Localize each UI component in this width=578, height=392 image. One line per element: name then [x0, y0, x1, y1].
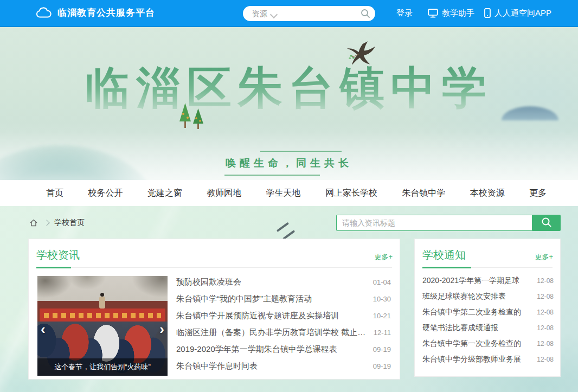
news-search-input[interactable] — [336, 215, 532, 231]
breadcrumb: 学校首页 — [29, 217, 85, 228]
nav-item-school-resources[interactable]: 本校资源 — [470, 188, 505, 199]
news-carousel[interactable]: 这个春节，让我们告别“火药味” ‹ › — [37, 276, 168, 376]
news-title: 朱台镇中学作息时间表 — [176, 361, 367, 371]
news-date: 01-04 — [373, 278, 391, 286]
photo-red-banner — [40, 309, 165, 323]
news-date: 10-21 — [373, 312, 391, 320]
news-more-link[interactable]: 更多+ — [374, 252, 393, 262]
platform-title: 临淄教育公共服务平台 — [57, 0, 155, 26]
chevron-down-icon[interactable] — [270, 11, 278, 18]
content-area: 学校首页 学校资讯 更多+ 这个春节， — [0, 206, 578, 392]
notice-date: 12-08 — [537, 293, 554, 300]
page: 临淄教育公共服务平台 资源 登录 教学助手 人人通空间APP — [0, 0, 578, 392]
notice-title: 硬笔书法比赛成绩通报 — [422, 323, 531, 333]
notice-list-item[interactable]: 朱台镇中学分级部教师业务展 12-08 — [422, 351, 554, 367]
panel-title: 学校资讯 — [36, 248, 80, 262]
slogan-block: 唤醒生命，同生共长 — [221, 151, 357, 176]
monitor-icon — [428, 9, 438, 18]
news-list-item[interactable]: 朱台镇中学作息时间表 09-19 — [176, 358, 391, 375]
notice-title: 朱台镇中学第一次业务检查的 — [422, 339, 531, 349]
news-list-item[interactable]: 朱台镇中学“我的中国梦”主题教育活动 10-30 — [176, 291, 391, 307]
slogan-line-top — [260, 151, 342, 152]
trees-icon — [175, 100, 209, 130]
news-title: 朱台镇中学“我的中国梦”主题教育活动 — [176, 294, 367, 304]
notice-list: 2020-2021学年第一学期足球 12-08 班级足球联赛轮次安排表 12-0… — [422, 273, 554, 367]
breadcrumb-chevron-icon — [43, 220, 49, 226]
topbar-search[interactable]: 资源 — [243, 6, 375, 21]
search-category-dropdown[interactable]: 资源 — [252, 6, 267, 21]
notice-title: 2020-2021学年第一学期足球 — [422, 276, 531, 286]
news-date: 09-19 — [373, 362, 391, 370]
notice-title: 朱台镇中学第二次业务检查的 — [422, 307, 531, 317]
nav-item-teacher-garden[interactable]: 教师园地 — [207, 188, 241, 199]
news-list-item[interactable]: 临淄区注册（备案）民办非学历教育培训学校 截止2019 12-11 — [176, 324, 391, 341]
notice-list-item[interactable]: 朱台镇中学第一次业务检查的 12-08 — [422, 336, 554, 351]
news-date: 12-11 — [374, 329, 391, 337]
notice-list-item[interactable]: 朱台镇中学第二次业务检查的 12-08 — [422, 304, 554, 320]
notice-more-link[interactable]: 更多+ — [535, 252, 553, 262]
school-banner: 临淄区朱台镇中学 唤醒生命，同生共长 — [0, 27, 578, 180]
news-search-button[interactable] — [532, 215, 561, 231]
phone-icon — [484, 8, 491, 18]
teaching-assistant-label: 教学助手 — [442, 8, 474, 17]
teaching-assistant-link[interactable]: 教学助手 — [428, 0, 474, 26]
search-icon[interactable] — [361, 9, 370, 18]
notice-title: 朱台镇中学分级部教师业务展 — [422, 355, 531, 364]
school-name-title: 临淄区朱台镇中学 — [85, 59, 493, 118]
notice-date: 12-08 — [537, 340, 554, 348]
breadcrumb-current[interactable]: 学校首页 — [54, 218, 85, 228]
search-icon — [541, 217, 552, 228]
login-button[interactable]: 登录 — [396, 0, 413, 26]
renrentong-app-link[interactable]: 人人通空间APP — [484, 0, 551, 26]
carousel-caption[interactable]: 这个春节，让我们告别“火药味” — [37, 358, 168, 376]
school-news-panel: 学校资讯 更多+ 这个春节，让我们告别“火药味” ‹ › 预防校园欺凌班会 01… — [28, 239, 400, 380]
news-list-item[interactable]: 朱台镇中学开展预防近视专题讲座及实操培训 10-21 — [176, 307, 391, 324]
home-icon[interactable] — [29, 219, 38, 227]
slogan-text: 唤醒生命，同生共长 — [221, 156, 357, 170]
panel-divider — [36, 267, 392, 268]
news-title: 临淄区注册（备案）民办非学历教育培训学校 截止2019 — [176, 327, 367, 338]
nav-item-student-world[interactable]: 学生天地 — [266, 188, 301, 199]
nav-item-zhutai-school[interactable]: 朱台镇中学 — [402, 188, 445, 199]
topbar: 临淄教育公共服务平台 资源 登录 教学助手 人人通空间APP — [0, 0, 578, 27]
news-title: 朱台镇中学开展预防近视专题讲座及实操培训 — [176, 311, 367, 321]
notice-list-item[interactable]: 2020-2021学年第一学期足球 12-08 — [422, 273, 554, 288]
nav-item-party-window[interactable]: 党建之窗 — [147, 188, 182, 199]
photo-speaker — [99, 297, 105, 309]
main-nav: 首页 校务公开 党建之窗 教师园地 学生天地 网上家长学校 朱台镇中学 本校资源… — [0, 180, 578, 206]
nav-item-school-affairs[interactable]: 校务公开 — [88, 188, 123, 199]
renrentong-app-label: 人人通空间APP — [494, 8, 551, 17]
notice-date: 12-08 — [537, 356, 554, 363]
news-list-item[interactable]: 2019-2020学年第一学期朱台镇中学总课程表 09-19 — [176, 341, 391, 358]
notice-list-item[interactable]: 硬笔书法比赛成绩通报 12-08 — [422, 320, 554, 336]
school-notice-panel: 学校通知 更多+ 2020-2021学年第一学期足球 12-08 班级足球联赛轮… — [414, 239, 561, 377]
notice-date: 12-08 — [537, 324, 554, 332]
panel-divider — [422, 267, 553, 268]
cloud-logo-icon — [36, 7, 52, 20]
news-list-item[interactable]: 预防校园欺凌班会 01-04 — [176, 274, 391, 291]
notice-list-item[interactable]: 班级足球联赛轮次安排表 12-08 — [422, 288, 554, 304]
carousel-next-button[interactable]: › — [156, 323, 164, 337]
notice-title: 班级足球联赛轮次安排表 — [422, 292, 531, 301]
panel-title: 学校通知 — [422, 248, 466, 262]
nav-item-more[interactable]: 更多 — [529, 188, 547, 199]
news-date: 10-30 — [373, 295, 391, 303]
notice-date: 12-08 — [537, 309, 554, 316]
news-date: 09-19 — [373, 345, 391, 354]
nav-item-home[interactable]: 首页 — [46, 188, 63, 199]
swallow-icon — [343, 40, 378, 70]
carousel-prev-button[interactable]: ‹ — [41, 323, 49, 337]
notice-date: 12-08 — [537, 277, 554, 285]
news-title: 2019-2020学年第一学期朱台镇中学总课程表 — [176, 344, 367, 355]
slogan-line-bottom — [224, 175, 320, 176]
nav-item-parent-school[interactable]: 网上家长学校 — [325, 188, 377, 199]
news-title: 预防校园欺凌班会 — [176, 277, 367, 287]
news-list: 预防校园欺凌班会 01-04 朱台镇中学“我的中国梦”主题教育活动 10-30 … — [176, 274, 391, 375]
